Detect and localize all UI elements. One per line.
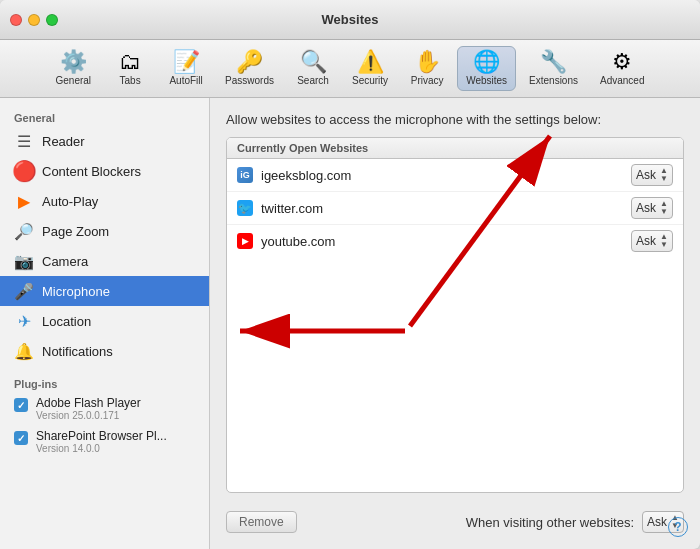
toolbar-item-advanced[interactable]: ⚙ Advanced xyxy=(591,46,653,91)
toolbar-item-tabs[interactable]: 🗂 Tabs xyxy=(104,46,156,91)
auto-play-icon: ▶ xyxy=(14,191,34,211)
table-row: ▶ youtube.com Ask ▲▼ xyxy=(227,225,683,257)
security-icon: ⚠️ xyxy=(357,51,384,73)
microphone-icon: 🎤 xyxy=(14,281,34,301)
general-section-label: General xyxy=(0,108,209,126)
igeeksblog-name: igeeksblog.com xyxy=(261,168,631,183)
plugin-adobe-flash[interactable]: Adobe Flash Player Version 25.0.0.171 xyxy=(0,392,209,425)
location-icon: ✈ xyxy=(14,311,34,331)
toolbar-label-passwords: Passwords xyxy=(225,75,274,86)
microphone-label: Microphone xyxy=(42,284,110,299)
toolbar-item-autofill[interactable]: 📝 AutoFill xyxy=(160,46,212,91)
right-panel: Allow websites to access the microphone … xyxy=(210,98,700,549)
page-zoom-label: Page Zoom xyxy=(42,224,109,239)
youtube-icon: ▶ xyxy=(237,233,253,249)
websites-icon: 🌐 xyxy=(473,51,500,73)
notifications-label: Notifications xyxy=(42,344,113,359)
adobe-flash-checkbox[interactable] xyxy=(14,398,28,412)
auto-play-label: Auto-Play xyxy=(42,194,98,209)
dropdown-arrows: ▲▼ xyxy=(660,167,668,183)
privacy-icon: ✋ xyxy=(414,51,441,73)
toolbar-label-extensions: Extensions xyxy=(529,75,578,86)
minimize-button[interactable] xyxy=(28,14,40,26)
adobe-flash-info: Adobe Flash Player Version 25.0.0.171 xyxy=(36,396,141,421)
igeeksblog-icon: iG xyxy=(237,167,253,183)
toolbar-label-general: General xyxy=(56,75,92,86)
sidebar-item-page-zoom[interactable]: 🔎 Page Zoom xyxy=(0,216,209,246)
tabs-icon: 🗂 xyxy=(119,51,141,73)
sidebar-item-camera[interactable]: 📷 Camera xyxy=(0,246,209,276)
adobe-flash-version: Version 25.0.0.171 xyxy=(36,410,141,421)
search-icon: 🔍 xyxy=(300,51,327,73)
location-label: Location xyxy=(42,314,91,329)
toolbar-label-search: Search xyxy=(297,75,329,86)
table-header: Currently Open Websites xyxy=(227,138,683,159)
table-body: iG igeeksblog.com Ask ▲▼ 🐦 twitter.com A… xyxy=(227,159,683,492)
description-text: Allow websites to access the microphone … xyxy=(226,112,684,127)
adobe-flash-name: Adobe Flash Player xyxy=(36,396,141,410)
toolbar-item-privacy[interactable]: ✋ Privacy xyxy=(401,46,453,91)
passwords-icon: 🔑 xyxy=(236,51,263,73)
close-button[interactable] xyxy=(10,14,22,26)
igeeksblog-setting: Ask xyxy=(636,168,656,182)
twitter-dropdown[interactable]: Ask ▲▼ xyxy=(631,197,673,219)
window-title: Websites xyxy=(322,12,379,27)
table-row: iG igeeksblog.com Ask ▲▼ xyxy=(227,159,683,192)
toolbar: ⚙️ General 🗂 Tabs 📝 AutoFill 🔑 Passwords… xyxy=(0,40,700,98)
sharepoint-name: SharePoint Browser Pl... xyxy=(36,429,167,443)
plugins-section-label: Plug-ins xyxy=(0,374,209,392)
camera-icon: 📷 xyxy=(14,251,34,271)
autofill-icon: 📝 xyxy=(173,51,200,73)
page-zoom-icon: 🔎 xyxy=(14,221,34,241)
youtube-name: youtube.com xyxy=(261,234,631,249)
toolbar-item-websites[interactable]: 🌐 Websites xyxy=(457,46,516,91)
main-window: Websites ⚙️ General 🗂 Tabs 📝 AutoFill 🔑 … xyxy=(0,0,700,549)
toolbar-item-search[interactable]: 🔍 Search xyxy=(287,46,339,91)
sidebar-item-reader[interactable]: ☰ Reader xyxy=(0,126,209,156)
general-icon: ⚙️ xyxy=(60,51,87,73)
other-websites-label: When visiting other websites: xyxy=(466,515,634,530)
toolbar-label-websites: Websites xyxy=(466,75,507,86)
dropdown-arrows: ▲▼ xyxy=(660,200,668,216)
reader-icon: ☰ xyxy=(14,131,34,151)
twitter-name: twitter.com xyxy=(261,201,631,216)
remove-button[interactable]: Remove xyxy=(226,511,297,533)
extensions-icon: 🔧 xyxy=(540,51,567,73)
notifications-icon: 🔔 xyxy=(14,341,34,361)
twitter-icon: 🐦 xyxy=(237,200,253,216)
other-websites: When visiting other websites: Ask ▲▼ xyxy=(466,511,684,533)
sidebar-item-notifications[interactable]: 🔔 Notifications xyxy=(0,336,209,366)
reader-label: Reader xyxy=(42,134,85,149)
websites-table: Currently Open Websites iG igeeksblog.co… xyxy=(226,137,684,493)
sharepoint-info: SharePoint Browser Pl... Version 14.0.0 xyxy=(36,429,167,454)
sidebar-item-microphone[interactable]: 🎤 Microphone xyxy=(0,276,209,306)
bottom-bar: Remove When visiting other websites: Ask… xyxy=(226,503,684,535)
toolbar-label-privacy: Privacy xyxy=(411,75,444,86)
toolbar-item-extensions[interactable]: 🔧 Extensions xyxy=(520,46,587,91)
toolbar-item-general[interactable]: ⚙️ General xyxy=(47,46,101,91)
plugin-sharepoint[interactable]: SharePoint Browser Pl... Version 14.0.0 xyxy=(0,425,209,458)
sidebar-item-location[interactable]: ✈ Location xyxy=(0,306,209,336)
sidebar-item-auto-play[interactable]: ▶ Auto-Play xyxy=(0,186,209,216)
toolbar-item-passwords[interactable]: 🔑 Passwords xyxy=(216,46,283,91)
toolbar-label-tabs: Tabs xyxy=(120,75,141,86)
toolbar-label-advanced: Advanced xyxy=(600,75,644,86)
igeeksblog-dropdown[interactable]: Ask ▲▼ xyxy=(631,164,673,186)
maximize-button[interactable] xyxy=(46,14,58,26)
sidebar-item-content-blockers[interactable]: 🔴 Content Blockers xyxy=(0,156,209,186)
sidebar: General ☰ Reader 🔴 Content Blockers ▶ Au… xyxy=(0,98,210,549)
sharepoint-checkbox[interactable] xyxy=(14,431,28,445)
table-row: 🐦 twitter.com Ask ▲▼ xyxy=(227,192,683,225)
toolbar-label-security: Security xyxy=(352,75,388,86)
content-blockers-label: Content Blockers xyxy=(42,164,141,179)
youtube-dropdown[interactable]: Ask ▲▼ xyxy=(631,230,673,252)
camera-label: Camera xyxy=(42,254,88,269)
toolbar-item-security[interactable]: ⚠️ Security xyxy=(343,46,397,91)
youtube-setting: Ask xyxy=(636,234,656,248)
main-content: General ☰ Reader 🔴 Content Blockers ▶ Au… xyxy=(0,98,700,549)
window-controls xyxy=(10,14,58,26)
other-websites-setting: Ask xyxy=(647,515,667,529)
toolbar-label-autofill: AutoFill xyxy=(169,75,202,86)
help-button[interactable]: ? xyxy=(668,517,688,537)
title-bar: Websites xyxy=(0,0,700,40)
